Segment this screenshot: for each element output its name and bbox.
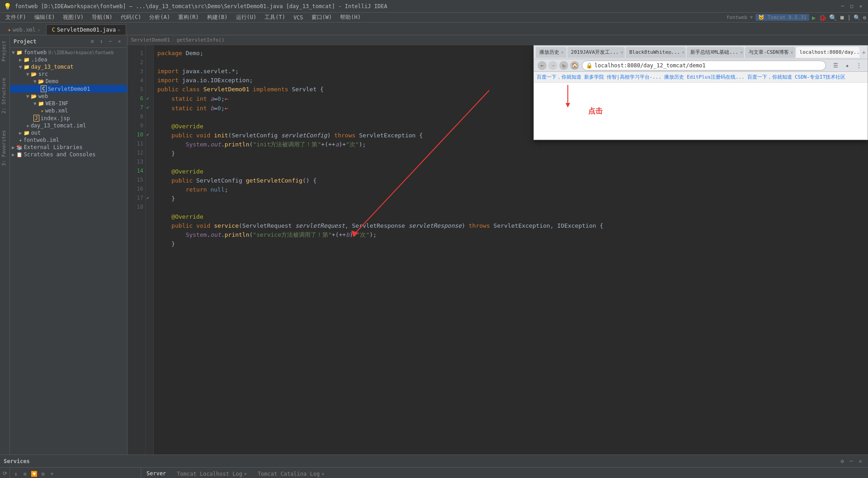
browser-star-btn[interactable]: ★ [842,61,852,70]
code-line-12: } [157,149,864,158]
srv-tool-4[interactable]: ⚙ [39,470,47,478]
tree-item-day13[interactable]: ▼ 📁 day_13_tomcat [10,63,127,70]
maximize-button[interactable]: □ [848,3,855,10]
tab-webxml[interactable]: ✦ web.xml ✕ [2,24,46,35]
srv-tool-5[interactable]: + [48,470,56,478]
tree-item-fontweb[interactable]: ▼ 📁 fontweb D:\IDEAworkspace\fontweb [10,49,127,56]
services-close-btn[interactable]: ✕ [856,457,864,465]
menu-refactor[interactable]: 重构(R) [175,13,203,22]
bookmark-chuanzhi[interactable]: 传智|高校学习平台-... [607,74,661,80]
menu-code[interactable]: 代码(C) [117,13,145,22]
btab-close-5[interactable]: ✕ [791,50,793,55]
project-panel-tab[interactable]: Project [0,37,9,65]
btab-black8tu[interactable]: Black8tuWhite◎... ✕ [626,47,686,58]
tree-expand-icon-idea: ▶ [19,57,22,63]
tab-servletdemo01-close[interactable]: ✕ [118,28,120,33]
new-tab-button[interactable]: + [862,49,866,56]
settings-button[interactable]: ⚙ [863,14,866,21]
title-bar-left: 💡 fontweb [D:\IDEAworkspace\fontweb] – .… [4,3,387,10]
menu-file[interactable]: 文件(F) [2,13,30,22]
menu-analyze[interactable]: 分析(A) [146,13,174,22]
menu-view[interactable]: 视图(V) [59,13,87,22]
tree-item-scratches[interactable]: ▶ 📋 Scratches and Consoles [10,151,127,158]
sidebar-settings-btn[interactable]: ⚙ [88,37,96,46]
srv-tool-2[interactable]: ≡ [21,470,29,478]
menu-edit[interactable]: 编辑(E) [31,13,59,22]
srtab-catalina-close[interactable]: ✕ [321,471,324,476]
tree-item-servletdemo01[interactable]: C ServletDemo01 [10,85,127,93]
close-button[interactable]: ✕ [857,3,864,10]
sidebar-expand-btn[interactable]: ↕ [97,37,105,46]
favorites-tab[interactable]: 3: Favorites [0,127,9,169]
btab-close-3[interactable]: ✕ [682,50,685,55]
services-panel-title: Services [4,458,30,464]
srv-tool-3[interactable]: 🔽 [30,470,38,478]
menu-help[interactable]: 帮助(H) [336,13,364,22]
srv-tool-1[interactable]: ↕ [12,470,20,478]
menu-vcs[interactable]: VCS [290,14,307,22]
browser-menu-btn[interactable]: ☰ [830,61,840,70]
tree-item-out[interactable]: ▶ 📁 out [10,129,127,136]
btab-close-4[interactable]: ✕ [740,50,743,55]
sidebar-close-btn[interactable]: ─ [106,37,114,46]
btab-history[interactable]: 播放历史 ✕ [536,47,566,58]
tree-item-web[interactable]: ▼ 📂 web [10,93,127,100]
run-button[interactable]: ▶ [812,14,816,21]
tree-item-demo[interactable]: ▼ 📂 Demo [10,78,127,85]
menu-build[interactable]: 构建(B) [203,13,231,22]
debug-button[interactable]: 🐞 [819,14,826,21]
btab-xml[interactable]: 新手总结XML基础... ✕ [687,47,744,58]
tomcat-run-config[interactable]: 🐱 Tomcat 8.5.31 [755,14,809,21]
code-line-18 [157,203,864,212]
tree-item-idea[interactable]: ▶ 📁 .idea [10,56,127,63]
tree-item-indexjsp[interactable]: J index.jsp [10,114,127,122]
bookmark-baidu2[interactable]: 百度一下，你就知道 [747,74,792,80]
service-rerun-btn[interactable]: ⟳ [1,469,9,478]
search-everywhere-button[interactable]: 🔍 [854,14,860,21]
btab-csdn[interactable]: 与文章-CSDN博客 ✕ [745,47,795,58]
srtab-localhost-close[interactable]: ✕ [244,471,247,476]
tree-expand-icon: ▼ [12,50,15,56]
srtab-localhost-log[interactable]: Tomcat Localhost Log ✕ [171,469,252,478]
tree-item-iml[interactable]: ✦ day_13_tomcat.iml [10,122,127,129]
home-button[interactable]: 🏠 [570,61,579,70]
btab-java2019[interactable]: 2019JAVA开发工... ✕ [567,47,625,58]
code-editor[interactable]: 1 2 3 4 5 6 7 8 9 10 11 12 13 14 15 16 1… [127,45,868,455]
bookmark-history[interactable]: 播放历史 [664,74,684,80]
tree-expand-icon-scratches: ▶ [12,152,15,158]
minimize-button[interactable]: ─ [839,3,846,10]
tab-webxml-close[interactable]: ✕ [38,28,40,33]
toolbar-separator-1: | [848,14,851,21]
services-minimize-btn[interactable]: ─ [847,457,855,465]
forward-button[interactable]: → [548,61,557,70]
bookmark-csdn[interactable]: CSDN-专业IT技术社区 [795,74,845,80]
tab-servletdemo01[interactable]: C ServletDemo01.java ✕ [46,24,126,35]
services-settings-btn[interactable]: ⚙ [838,457,846,465]
browser-more-btn[interactable]: ⋮ [854,61,864,70]
menu-tools[interactable]: 工具(T) [261,13,289,22]
tree-item-src[interactable]: ▼ 📂 src [10,70,127,78]
tree-item-webxml[interactable]: ✦ web.xml [10,107,127,114]
back-button[interactable]: ← [538,61,547,70]
structure-tab[interactable]: 2: Structure [0,74,9,117]
menu-navigate[interactable]: 导航(N) [88,13,116,22]
btab-localhost[interactable]: localhost:8080/day... ✕ [796,47,859,58]
bookmark-baidu[interactable]: 百度一下，你就知道 [537,74,581,80]
bookmark-xinduoxueyuan[interactable]: 新多学院 [584,74,604,80]
stop-button[interactable]: ⏹ [840,14,845,21]
srtab-catalina-log[interactable]: Tomcat Catalina Log ✕ [252,469,330,478]
btab-close[interactable]: ✕ [561,50,564,55]
window-controls[interactable]: ─ □ ✕ [839,3,864,10]
sidebar-gear-btn[interactable]: ✕ [115,37,123,46]
browser-url-bar[interactable]: 🔒 localhost:8080/day_12_tomcat/demo1 [582,61,826,70]
tree-item-extlibs[interactable]: ▶ 📚 External Libraries [10,144,127,151]
menu-run[interactable]: 运行(U) [232,13,260,22]
bookmark-editplus[interactable]: EditPlus注册码在线... [687,74,745,80]
srtab-server[interactable]: Server [141,469,171,478]
refresh-button[interactable]: ↻ [559,61,568,70]
tree-item-webinf[interactable]: ▼ 📁 WEB-INF [10,100,127,107]
tree-item-fontweb-iml[interactable]: ✦ fontweb.iml [10,136,127,144]
btab-close-2[interactable]: ✕ [621,50,623,55]
run-coverage-button[interactable]: 🔍 [829,14,837,21]
menu-window[interactable]: 窗口(W) [308,13,336,22]
